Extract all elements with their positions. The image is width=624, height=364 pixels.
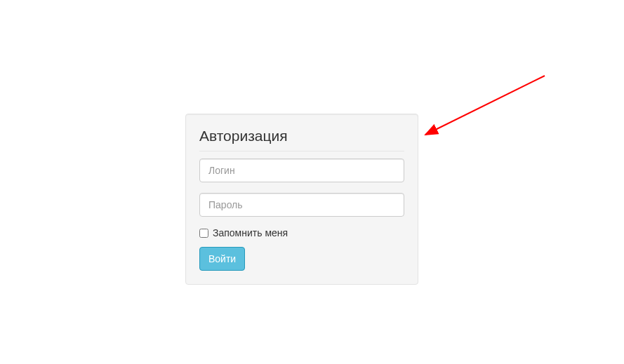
arrow-icon (418, 70, 552, 140)
login-panel: Авторизация Запомнить меня Войти (185, 114, 418, 285)
password-input[interactable] (199, 193, 404, 217)
remember-row: Запомнить меня (199, 227, 404, 238)
submit-button[interactable]: Войти (199, 247, 245, 271)
username-input[interactable] (199, 159, 404, 182)
panel-title: Авторизация (199, 128, 404, 151)
svg-line-1 (425, 76, 545, 135)
password-group (199, 193, 404, 217)
remember-checkbox[interactable] (199, 229, 208, 238)
username-group (199, 159, 404, 182)
remember-label[interactable]: Запомнить меня (213, 227, 288, 238)
